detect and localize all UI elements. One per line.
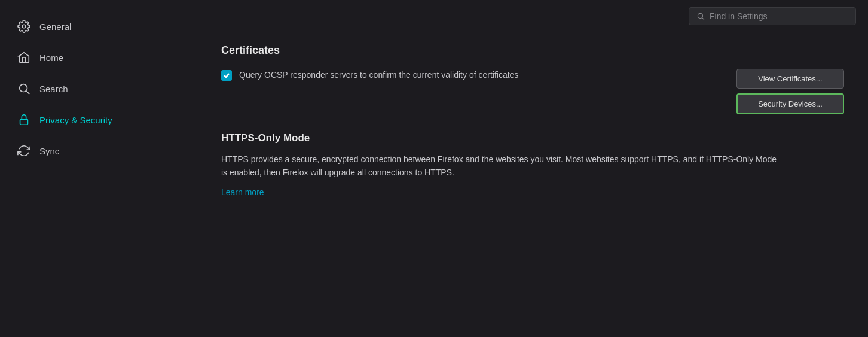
- svg-point-1: [20, 84, 27, 92]
- view-certificates-button[interactable]: View Certificates...: [736, 69, 844, 89]
- top-bar: [197, 0, 868, 32]
- sidebar-item-general[interactable]: General: [5, 13, 192, 40]
- sidebar-item-label: Search: [39, 84, 68, 94]
- svg-rect-3: [20, 119, 28, 125]
- certificates-buttons: View Certificates... Security Devices...: [736, 69, 844, 114]
- find-in-settings-input[interactable]: [710, 11, 848, 21]
- sidebar-item-label: Privacy & Security: [39, 115, 112, 125]
- svg-point-4: [698, 13, 702, 18]
- certificates-title: Certificates: [221, 44, 844, 57]
- certificates-left: Query OCSP responder servers to confirm …: [221, 69, 699, 81]
- sidebar-item-privacy-security[interactable]: Privacy & Security: [5, 107, 192, 133]
- home-icon: [17, 50, 31, 65]
- sidebar: General Home Search Privacy & Security: [0, 0, 197, 337]
- certificates-row: Query OCSP responder servers to confirm …: [221, 69, 844, 114]
- sidebar-item-home[interactable]: Home: [5, 44, 192, 71]
- https-only-section: HTTPS-Only Mode HTTPS provides a secure,…: [221, 132, 844, 198]
- learn-more-link[interactable]: Learn more: [221, 187, 264, 197]
- lock-icon: [17, 113, 31, 127]
- sidebar-item-label: General: [39, 22, 71, 32]
- ocsp-checkbox[interactable]: [221, 70, 232, 81]
- main-content: Certificates Query OCSP responder server…: [197, 0, 868, 337]
- gear-icon: [17, 19, 31, 34]
- content-section: Certificates Query OCSP responder server…: [197, 32, 868, 337]
- security-devices-button[interactable]: Security Devices...: [736, 93, 844, 114]
- sidebar-item-search[interactable]: Search: [5, 75, 192, 102]
- search-sidebar-icon: [17, 81, 31, 96]
- sidebar-item-sync[interactable]: Sync: [5, 138, 192, 164]
- svg-line-5: [702, 18, 704, 20]
- sync-icon: [17, 144, 31, 158]
- sidebar-item-label: Sync: [39, 146, 59, 156]
- https-only-title: HTTPS-Only Mode: [221, 132, 844, 144]
- https-only-description: HTTPS provides a secure, encrypted conne…: [221, 153, 783, 180]
- svg-point-0: [22, 25, 26, 28]
- sidebar-item-label: Home: [39, 53, 63, 63]
- ocsp-checkbox-wrap[interactable]: [221, 70, 232, 81]
- svg-line-2: [26, 91, 29, 94]
- find-in-settings-icon: [696, 12, 705, 20]
- ocsp-label: Query OCSP responder servers to confirm …: [239, 69, 518, 81]
- settings-search-box[interactable]: [689, 7, 856, 25]
